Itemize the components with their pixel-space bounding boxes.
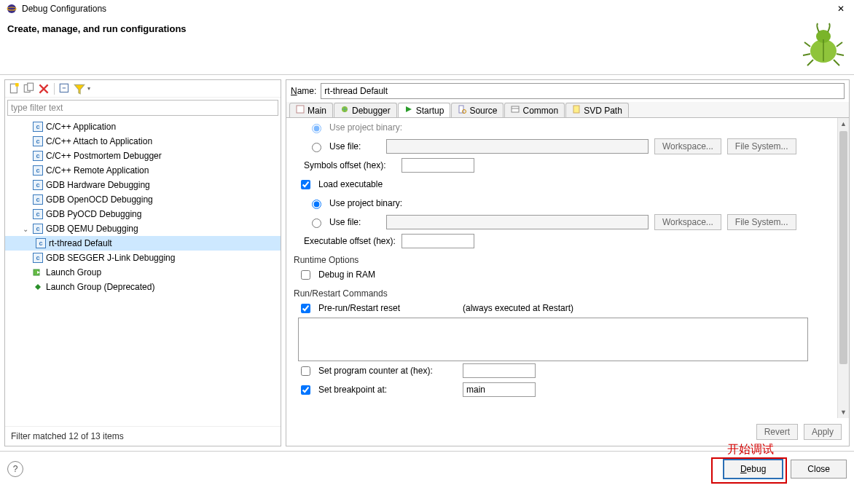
tree-item-label: GDB QEMU Debugging [46, 224, 138, 234]
exec-use-file-label: Use file: [329, 217, 380, 227]
launch-group-icon [33, 267, 43, 277]
load-executable-label: Load executable [318, 179, 383, 189]
tab-label: Main [307, 106, 326, 116]
filter-icon[interactable] [73, 82, 86, 95]
tab-svd-path[interactable]: SVD Path [565, 103, 629, 117]
c-config-icon: c [33, 253, 43, 263]
svg-rect-6 [15, 83, 19, 87]
tree-item-label: C/C++ Attach to Application [46, 136, 152, 146]
filter-text-input[interactable] [7, 100, 278, 116]
tab-common[interactable]: Common [504, 103, 565, 117]
tree-item[interactable]: cC/C++ Attach to Application [5, 134, 281, 149]
symbols-use-project-binary-radio[interactable] [312, 124, 321, 133]
startup-tab-content: Use project binary: Use file: Workspace.… [286, 118, 849, 418]
c-config-icon: c [33, 224, 43, 234]
c-config-icon: c [33, 151, 43, 161]
tree-item[interactable]: cC/C++ Application [5, 119, 281, 134]
scroll-up-icon[interactable]: ▲ [838, 118, 849, 130]
exec-filesystem-button[interactable]: File System... [727, 214, 796, 230]
c-config-icon: c [33, 209, 43, 219]
tree-item[interactable]: ⌄cGDB QEMU Debugging [5, 221, 281, 236]
c-config-icon: c [33, 136, 43, 146]
tree-item-label: GDB Hardware Debugging [46, 180, 150, 190]
tree-item[interactable]: cC/C++ Postmortem Debugger [5, 149, 281, 163]
tree-item-label: C/C++ Remote Application [46, 165, 149, 176]
symbols-file-path-input [386, 139, 649, 154]
symbols-use-file-radio[interactable] [312, 143, 321, 152]
dialog-header: Create, manage, and run configurations [0, 17, 854, 74]
tab-label: Startup [416, 106, 444, 116]
load-executable-checkbox[interactable] [301, 180, 310, 189]
new-config-icon[interactable] [8, 82, 21, 95]
run-restart-commands-textarea[interactable] [298, 318, 808, 361]
tree-item[interactable]: cC/C++ Remote Application [5, 163, 281, 178]
config-editor-panel: Name: MainDebuggerStartupSourceCommonSVD… [286, 79, 850, 446]
bug-hero-icon [800, 22, 847, 68]
tab-main[interactable]: Main [289, 103, 333, 117]
tab-label: SVD Path [584, 106, 622, 116]
c-config-icon: c [33, 165, 43, 176]
tab-source[interactable]: Source [451, 103, 504, 117]
svg-point-0 [7, 4, 16, 13]
svg-rect-8 [28, 83, 34, 90]
symbols-offset-label: Symbols offset (hex): [294, 160, 396, 170]
set-pc-input[interactable] [463, 363, 536, 378]
tree-item[interactable]: crt-thread Default [5, 236, 281, 251]
tree-item[interactable]: cGDB PyOCD Debugging [5, 207, 281, 221]
window-close-button[interactable]: ✕ [834, 4, 848, 14]
set-breakpoint-input[interactable] [463, 382, 536, 397]
tab-icon [511, 105, 520, 116]
delete-config-icon[interactable] [37, 82, 50, 95]
config-name-input[interactable] [321, 83, 845, 99]
revert-button[interactable]: Revert [756, 424, 798, 440]
exec-use-project-binary-label: Use project binary: [329, 198, 402, 208]
symbols-filesystem-button[interactable]: File System... [727, 138, 796, 154]
svg-rect-11 [297, 106, 304, 113]
filter-status: Filter matched 12 of 13 items [5, 426, 281, 446]
set-pc-checkbox[interactable] [301, 366, 310, 376]
config-tree[interactable]: cC/C++ ApplicationcC/C++ Attach to Appli… [5, 118, 281, 426]
apply-button[interactable]: Apply [804, 424, 842, 440]
tree-item[interactable]: cGDB Hardware Debugging [5, 178, 281, 192]
chevron-down-icon[interactable]: ⌄ [21, 225, 30, 233]
toolbar-dropdown-icon[interactable]: ▾ [87, 85, 90, 92]
exec-use-project-binary-radio[interactable] [312, 200, 321, 209]
debug-in-ram-label: Debug in RAM [318, 269, 375, 280]
debug-button[interactable]: Debug [723, 459, 783, 479]
tree-item-label: C/C++ Postmortem Debugger [46, 151, 162, 161]
svg-rect-13 [459, 106, 463, 113]
tree-item-label: GDB PyOCD Debugging [46, 209, 141, 219]
tree-item[interactable]: Launch Group (Deprecated) [5, 280, 281, 294]
eclipse-icon [6, 3, 17, 15]
duplicate-config-icon[interactable] [23, 82, 36, 95]
exec-workspace-button[interactable]: Workspace... [654, 214, 721, 230]
config-tab-bar: MainDebuggerStartupSourceCommonSVD Path [286, 102, 849, 118]
tab-startup[interactable]: Startup [398, 103, 451, 117]
pre-run-reset-checkbox[interactable] [301, 304, 310, 313]
scroll-down-icon[interactable]: ▼ [838, 406, 849, 418]
close-button[interactable]: Close [791, 460, 847, 479]
exec-use-file-radio[interactable] [312, 218, 321, 228]
help-button[interactable]: ? [7, 461, 23, 477]
c-config-icon: c [33, 122, 43, 132]
symbols-offset-input[interactable] [401, 158, 474, 173]
symbols-workspace-button[interactable]: Workspace... [654, 138, 721, 154]
tab-debugger[interactable]: Debugger [334, 103, 397, 117]
tree-item-label: C/C++ Application [46, 122, 116, 132]
tree-item[interactable]: cGDB OpenOCD Debugging [5, 192, 281, 207]
tab-label: Debugger [352, 106, 391, 116]
svg-rect-15 [512, 106, 519, 112]
executable-offset-label: Executable offset (hex): [294, 236, 396, 246]
collapse-all-icon[interactable] [58, 82, 71, 95]
content-scrollbar[interactable]: ▲ ▼ [837, 118, 849, 418]
executable-offset-input[interactable] [401, 234, 474, 248]
c-config-icon: c [36, 238, 46, 248]
tab-icon [458, 105, 466, 116]
tree-item-label: Launch Group (Deprecated) [46, 282, 154, 292]
tree-item[interactable]: Launch Group [5, 265, 281, 280]
tree-item[interactable]: cGDB SEGGER J-Link Debugging [5, 251, 281, 265]
set-breakpoint-checkbox[interactable] [301, 385, 310, 395]
always-executed-note: (always executed at Restart) [463, 303, 573, 313]
scroll-thumb[interactable] [839, 131, 847, 364]
debug-in-ram-checkbox[interactable] [301, 270, 310, 280]
